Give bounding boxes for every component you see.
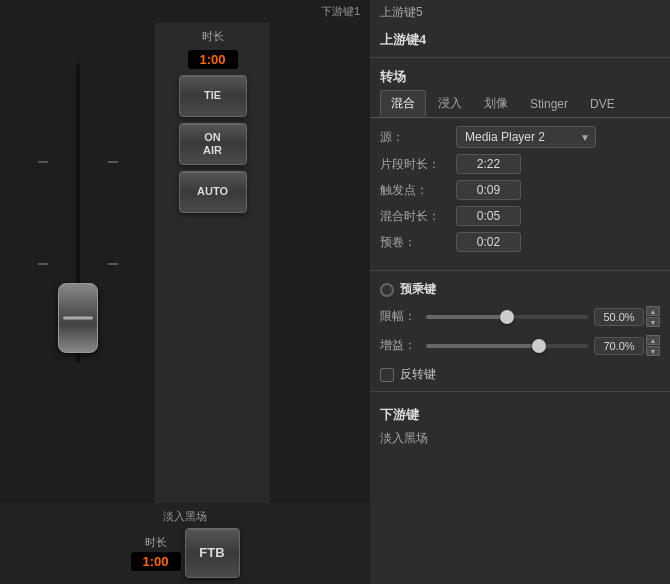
invert-label: 反转键: [400, 366, 436, 383]
tab-dip[interactable]: 浸入: [428, 90, 472, 117]
tick-mark: [108, 263, 118, 265]
fader-notch: [63, 317, 93, 320]
trigger-input[interactable]: [456, 180, 521, 200]
divider: [370, 57, 670, 58]
divider2: [370, 270, 670, 271]
tab-mix[interactable]: 混合: [380, 90, 426, 117]
tie-button[interactable]: TIE: [179, 75, 247, 117]
mix-duration-input[interactable]: [456, 206, 521, 226]
ftb-bottom-label: 淡入黑场: [380, 428, 660, 449]
source-label: 源：: [380, 129, 450, 146]
premultiplied-label: 预乘键: [400, 281, 436, 298]
fader-ticks-right: [108, 161, 118, 265]
clip-value-wrapper: ▲ ▼: [594, 306, 660, 327]
form-section: 源： Media Player 2 ▼ 片段时长： 触发点： 混合时长： 预卷：: [370, 118, 670, 266]
source-select[interactable]: Media Player 2: [456, 126, 596, 148]
downstream-label: 下游键1: [0, 4, 370, 19]
tick-mark: [38, 161, 48, 163]
clip-duration-input[interactable]: [456, 154, 521, 174]
source-row: 源： Media Player 2 ▼: [380, 126, 660, 148]
fader-container: [0, 23, 155, 403]
controls-panel: 时长 1:00 TIE ON AIR AUTO: [155, 23, 270, 503]
gain-spin-up[interactable]: ▲: [646, 335, 660, 345]
tab-bar: 混合 浸入 划像 Stinger DVE: [370, 90, 670, 118]
fader-track[interactable]: [76, 63, 80, 363]
trigger-label: 触发点：: [380, 182, 450, 199]
auto-button[interactable]: AUTO: [179, 171, 247, 213]
bottom-section: 下游键 淡入黑场: [370, 396, 670, 455]
gain-slider-row: 增益： ▲ ▼: [370, 333, 670, 358]
duration-display: 1:00: [188, 50, 238, 69]
right-panel: 上游键5 上游键4 转场 混合 浸入 划像 Stinger DVE 源： Med…: [370, 0, 670, 584]
ftb-duration-display: 1:00: [131, 552, 181, 571]
ftb-area: 淡入黑场 时长 1:00 FTB: [0, 503, 370, 584]
upstream5-label: 上游键5: [370, 0, 670, 25]
invert-row: 反转键: [370, 362, 670, 387]
fader-handle[interactable]: [58, 283, 98, 353]
ftb-row: 时长 1:00 FTB: [131, 528, 240, 578]
clip-slider-track[interactable]: [426, 315, 588, 319]
duration-label: 时长: [202, 29, 224, 44]
fader-ticks-left: [38, 161, 48, 265]
clip-slider-fill: [426, 315, 507, 319]
ftb-duration-label: 时长: [145, 535, 167, 550]
left-panel: 下游键1 时长: [0, 0, 370, 584]
premultiplied-radio[interactable]: [380, 283, 394, 297]
premultiplied-row: 预乘键: [370, 275, 670, 304]
clip-slider-row: 限幅： ▲ ▼: [370, 304, 670, 329]
preroll-row: 预卷：: [380, 232, 660, 252]
clip-slider-label: 限幅：: [380, 308, 420, 325]
clip-value-input[interactable]: [594, 308, 644, 326]
tab-wipe[interactable]: 划像: [474, 90, 518, 117]
gain-spin-buttons: ▲ ▼: [646, 335, 660, 356]
clip-spin-up[interactable]: ▲: [646, 306, 660, 316]
downstream-bottom-label: 下游键: [380, 402, 660, 428]
tab-dve[interactable]: DVE: [580, 90, 625, 117]
gain-slider-track[interactable]: [426, 344, 588, 348]
source-dropdown-wrapper: Media Player 2 ▼: [456, 126, 596, 148]
main-area: 时长 1:00 TIE ON AIR AUTO: [0, 23, 370, 503]
gain-value-wrapper: ▲ ▼: [594, 335, 660, 356]
gain-value-input[interactable]: [594, 337, 644, 355]
upstream4-label: 上游键4: [370, 25, 670, 53]
ftb-label: 淡入黑场: [163, 509, 207, 524]
mix-duration-row: 混合时长：: [380, 206, 660, 226]
transition-label: 转场: [370, 62, 670, 90]
gain-slider-fill: [426, 344, 539, 348]
clip-duration-label: 片段时长：: [380, 156, 450, 173]
invert-checkbox[interactable]: [380, 368, 394, 382]
gain-slider-label: 增益：: [380, 337, 420, 354]
mix-duration-label: 混合时长：: [380, 208, 450, 225]
fader[interactable]: [38, 63, 118, 363]
clip-duration-row: 片段时长：: [380, 154, 660, 174]
ftb-button[interactable]: FTB: [185, 528, 240, 578]
clip-spin-down[interactable]: ▼: [646, 317, 660, 327]
tick-mark: [108, 161, 118, 163]
gain-slider-thumb[interactable]: [532, 339, 546, 353]
clip-spin-buttons: ▲ ▼: [646, 306, 660, 327]
preroll-input[interactable]: [456, 232, 521, 252]
preroll-label: 预卷：: [380, 234, 450, 251]
tab-stinger[interactable]: Stinger: [520, 90, 578, 117]
ftb-duration: 时长 1:00: [131, 535, 181, 571]
trigger-row: 触发点：: [380, 180, 660, 200]
clip-slider-thumb[interactable]: [500, 310, 514, 324]
on-air-button[interactable]: ON AIR: [179, 123, 247, 165]
tick-mark: [38, 263, 48, 265]
divider3: [370, 391, 670, 392]
gain-spin-down[interactable]: ▼: [646, 346, 660, 356]
